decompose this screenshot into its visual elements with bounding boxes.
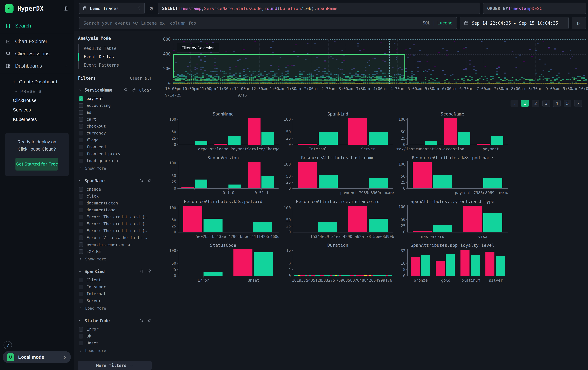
checkbox[interactable] <box>79 145 83 149</box>
filter-checkbox-row[interactable]: Consumer <box>78 283 152 290</box>
events-heatmap[interactable]: Filter by Selection 600400200010:00pm10:… <box>173 40 587 84</box>
pin-icon[interactable] <box>147 269 151 274</box>
filter-checkbox-row[interactable]: Error <box>78 326 152 333</box>
pagination-page-3[interactable]: 3 <box>542 100 550 107</box>
checkbox[interactable] <box>79 285 83 289</box>
filter-checkbox-row[interactable]: currency <box>78 130 152 137</box>
filter-checkbox-row[interactable]: Error: The credit card (… <box>78 227 152 234</box>
checkbox[interactable] <box>79 334 83 339</box>
filter-checkbox-row[interactable]: documentLoad <box>78 207 152 213</box>
show-more-servicename[interactable]: Show more <box>78 164 152 171</box>
checkbox[interactable] <box>79 236 83 240</box>
checkbox[interactable] <box>79 327 83 331</box>
heatmap-selection-region[interactable] <box>173 54 405 78</box>
filter-checkbox-row[interactable]: Client <box>78 277 152 283</box>
filter-checkbox-row[interactable]: Internal <box>78 290 152 297</box>
chevron-down-icon[interactable] <box>78 270 82 273</box>
clear-filter-button[interactable]: Clear <box>139 88 151 92</box>
pagination-page-5[interactable]: 5 <box>564 100 571 107</box>
checkbox[interactable] <box>79 299 83 303</box>
presets-toggle[interactable]: PRESETS <box>0 87 74 96</box>
checkbox[interactable] <box>79 194 83 199</box>
source-select[interactable]: Demo Traces <box>79 3 145 14</box>
search-icon[interactable] <box>139 269 144 274</box>
filter-checkbox-row[interactable]: Error: Visa cache full: … <box>78 234 152 241</box>
checkbox[interactable] <box>79 124 83 129</box>
create-dashboard-button[interactable]: + Create Dashboard <box>0 76 74 87</box>
show-more-spankind[interactable]: Load more <box>78 304 152 311</box>
filter-checkbox-row[interactable]: flagd <box>78 137 152 143</box>
chevron-down-icon[interactable] <box>78 179 82 183</box>
filter-checkbox-row[interactable]: Error: The credit card (… <box>78 220 152 227</box>
checkbox[interactable] <box>79 229 83 233</box>
filter-checkbox-row[interactable]: change <box>78 186 152 193</box>
filter-by-selection-button[interactable]: Filter by Selection <box>177 44 219 52</box>
gear-icon[interactable]: ⚙ <box>148 3 155 14</box>
filter-checkbox-row[interactable]: cart <box>78 116 152 123</box>
analysis-mode-results-table[interactable]: Results Table <box>78 44 152 53</box>
user-menu[interactable]: U Local mode › <box>3 351 71 363</box>
checkbox[interactable] <box>79 159 83 163</box>
checkbox[interactable] <box>79 131 83 135</box>
checkbox[interactable] <box>79 215 83 219</box>
analysis-mode-event-deltas[interactable]: Event Deltas <box>78 53 152 61</box>
checkbox[interactable] <box>79 242 83 247</box>
checkbox[interactable] <box>79 138 83 142</box>
checkbox[interactable] <box>79 187 83 192</box>
clear-all-button[interactable]: Clear all <box>130 76 152 80</box>
checkbox[interactable] <box>79 117 83 122</box>
help-button[interactable]: ? <box>4 341 12 350</box>
checkbox[interactable] <box>79 278 83 282</box>
checkbox[interactable] <box>79 152 83 156</box>
pin-icon[interactable] <box>132 88 136 92</box>
filter-checkbox-row[interactable]: frontend-proxy <box>78 150 152 157</box>
checkbox[interactable] <box>79 341 83 345</box>
analysis-mode-event-patterns[interactable]: Event Patterns <box>78 61 152 69</box>
lang-toggle-lucene[interactable]: Lucene <box>437 20 452 25</box>
filter-checkbox-row[interactable]: accounting <box>78 102 152 109</box>
checkbox[interactable]: ✓ <box>79 96 83 101</box>
search-icon[interactable] <box>139 178 144 183</box>
filter-checkbox-row[interactable]: click <box>78 193 152 200</box>
sidebar-item-search[interactable]: Search <box>0 20 74 32</box>
filter-checkbox-row[interactable]: frontend <box>78 143 152 150</box>
chevron-down-icon[interactable] <box>78 319 82 322</box>
pin-icon[interactable] <box>147 318 151 323</box>
more-filters-button[interactable]: More filters <box>78 361 152 370</box>
filter-checkbox-row[interactable]: Error: The credit card (… <box>78 213 152 220</box>
filter-checkbox-row[interactable]: checkout <box>78 123 152 130</box>
order-by-editor[interactable]: ORDER BY Timestamp DESC <box>483 3 586 14</box>
filter-checkbox-row[interactable]: eventListener.error <box>78 241 152 248</box>
checkbox[interactable] <box>79 110 83 115</box>
sidebar-item-client-sessions[interactable]: Client Sessions <box>0 48 74 60</box>
sidebar-preset-kubernetes[interactable]: Kubernetes <box>0 115 74 124</box>
filter-checkbox-row[interactable]: EXPIRE <box>78 248 152 255</box>
run-query-button[interactable]: ▷ <box>572 17 586 29</box>
lang-toggle-sql[interactable]: SQL <box>423 20 430 25</box>
pagination-page-1[interactable]: 1 <box>521 100 529 107</box>
chevron-down-icon[interactable] <box>78 88 82 92</box>
sidebar-preset-clickhouse[interactable]: ClickHouse <box>0 96 74 105</box>
sidebar-item-chart-explorer[interactable]: Chart Explorer <box>0 35 74 48</box>
checkbox[interactable] <box>79 103 83 108</box>
search-icon[interactable] <box>124 88 128 92</box>
pagination-page-4[interactable]: 4 <box>553 100 561 107</box>
checkbox[interactable] <box>79 292 83 296</box>
show-more-statuscode[interactable]: Load more <box>78 347 152 354</box>
show-more-spanname[interactable]: Show more <box>78 255 152 262</box>
filter-checkbox-row[interactable]: ✓payment <box>78 95 152 102</box>
filter-checkbox-row[interactable]: Server <box>78 297 152 304</box>
filter-checkbox-row[interactable]: Unset <box>78 340 152 347</box>
filter-checkbox-row[interactable]: ad <box>78 109 152 116</box>
checkbox[interactable] <box>79 208 83 212</box>
sidebar-preset-services[interactable]: Services <box>0 105 74 115</box>
filter-checkbox-row[interactable]: Ok <box>78 333 152 340</box>
time-range-picker[interactable]: Sep 14 22:04:35 - Sep 15 10:04:35 <box>460 17 569 29</box>
checkbox[interactable] <box>79 249 83 254</box>
checkbox[interactable] <box>79 222 83 226</box>
sidebar-item-dashboards[interactable]: Dashboards <box>0 60 74 72</box>
filter-checkbox-row[interactable]: load-generator <box>78 157 152 164</box>
pagination-next-button[interactable]: › <box>574 100 582 107</box>
pin-icon[interactable] <box>147 178 151 183</box>
filter-checkbox-row[interactable]: documentFetch <box>78 200 152 207</box>
